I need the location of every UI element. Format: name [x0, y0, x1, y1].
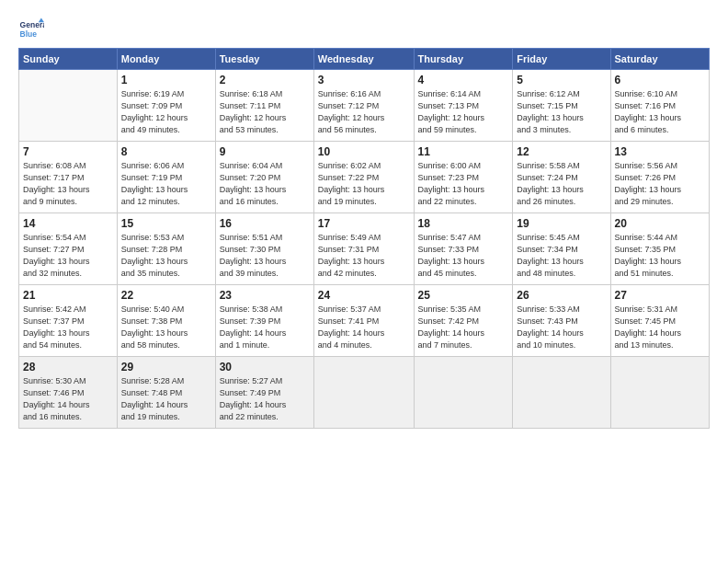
cell-day-number: 23	[220, 289, 310, 302]
cell-day-number: 27	[615, 289, 705, 302]
cell-day-number: 30	[220, 361, 310, 373]
cell-day-number: 8	[121, 145, 211, 158]
calendar-cell: 25Sunrise: 5:35 AM Sunset: 7:42 PM Dayli…	[414, 285, 513, 357]
svg-text:Blue: Blue	[20, 29, 38, 39]
calendar-cell: 2Sunrise: 6:18 AM Sunset: 7:11 PM Daylig…	[215, 70, 313, 142]
calendar-cell: 29Sunrise: 5:28 AM Sunset: 7:48 PM Dayli…	[117, 357, 215, 429]
cell-day-number: 2	[220, 74, 310, 86]
calendar-cell: 1Sunrise: 6:19 AM Sunset: 7:09 PM Daylig…	[117, 70, 215, 142]
day-header: Saturday	[610, 49, 709, 70]
cell-info: Sunrise: 5:40 AM Sunset: 7:38 PM Dayligh…	[121, 304, 211, 351]
cell-day-number: 11	[418, 145, 509, 158]
cell-day-number: 7	[23, 145, 113, 158]
calendar-cell	[313, 357, 414, 429]
cell-info: Sunrise: 6:18 AM Sunset: 7:11 PM Dayligh…	[220, 88, 310, 136]
cell-info: Sunrise: 5:49 AM Sunset: 7:31 PM Dayligh…	[318, 232, 410, 280]
calendar-cell: 15Sunrise: 5:53 AM Sunset: 7:28 PM Dayli…	[117, 213, 215, 285]
cell-info: Sunrise: 5:33 AM Sunset: 7:43 PM Dayligh…	[517, 304, 606, 351]
cell-info: Sunrise: 6:02 AM Sunset: 7:22 PM Dayligh…	[318, 160, 410, 208]
cell-info: Sunrise: 5:53 AM Sunset: 7:28 PM Dayligh…	[121, 232, 211, 280]
cell-day-number: 4	[418, 74, 509, 86]
cell-info: Sunrise: 5:42 AM Sunset: 7:37 PM Dayligh…	[23, 304, 113, 351]
cell-day-number: 6	[615, 74, 705, 86]
cell-day-number: 20	[615, 217, 705, 230]
cell-info: Sunrise: 5:56 AM Sunset: 7:26 PM Dayligh…	[615, 160, 705, 208]
calendar-cell: 13Sunrise: 5:56 AM Sunset: 7:26 PM Dayli…	[610, 142, 709, 213]
cell-info: Sunrise: 5:51 AM Sunset: 7:30 PM Dayligh…	[220, 232, 310, 280]
cell-info: Sunrise: 6:08 AM Sunset: 7:17 PM Dayligh…	[23, 160, 113, 208]
cell-info: Sunrise: 6:16 AM Sunset: 7:12 PM Dayligh…	[318, 88, 410, 136]
cell-day-number: 16	[220, 217, 310, 230]
calendar-cell: 6Sunrise: 6:10 AM Sunset: 7:16 PM Daylig…	[610, 70, 709, 142]
calendar-table: SundayMondayTuesdayWednesdayThursdayFrid…	[18, 48, 710, 429]
cell-info: Sunrise: 5:44 AM Sunset: 7:35 PM Dayligh…	[615, 232, 705, 280]
calendar-cell	[513, 357, 610, 429]
cell-info: Sunrise: 5:58 AM Sunset: 7:24 PM Dayligh…	[517, 160, 606, 208]
calendar-cell: 14Sunrise: 5:54 AM Sunset: 7:27 PM Dayli…	[19, 213, 118, 285]
calendar-cell: 24Sunrise: 5:37 AM Sunset: 7:41 PM Dayli…	[313, 285, 414, 357]
day-header: Thursday	[414, 49, 513, 70]
cell-info: Sunrise: 5:45 AM Sunset: 7:34 PM Dayligh…	[517, 232, 606, 280]
day-header: Sunday	[19, 49, 118, 70]
calendar-cell: 20Sunrise: 5:44 AM Sunset: 7:35 PM Dayli…	[610, 213, 709, 285]
cell-day-number: 22	[121, 289, 211, 302]
cell-day-number: 19	[517, 217, 606, 230]
cell-day-number: 9	[220, 145, 310, 158]
cell-day-number: 26	[517, 289, 606, 302]
calendar-cell: 21Sunrise: 5:42 AM Sunset: 7:37 PM Dayli…	[19, 285, 118, 357]
cell-info: Sunrise: 5:47 AM Sunset: 7:33 PM Dayligh…	[418, 232, 509, 280]
day-header: Monday	[117, 49, 215, 70]
day-header: Tuesday	[215, 49, 313, 70]
logo: General Blue	[18, 17, 44, 42]
cell-day-number: 10	[318, 145, 410, 158]
calendar-cell: 28Sunrise: 5:30 AM Sunset: 7:46 PM Dayli…	[19, 357, 118, 429]
cell-info: Sunrise: 6:06 AM Sunset: 7:19 PM Dayligh…	[121, 160, 211, 208]
calendar-cell: 5Sunrise: 6:12 AM Sunset: 7:15 PM Daylig…	[513, 70, 610, 142]
cell-day-number: 17	[318, 217, 410, 230]
cell-day-number: 21	[23, 289, 113, 302]
cell-info: Sunrise: 6:12 AM Sunset: 7:15 PM Dayligh…	[517, 88, 606, 136]
calendar-cell: 12Sunrise: 5:58 AM Sunset: 7:24 PM Dayli…	[513, 142, 610, 213]
calendar-cell	[19, 70, 118, 142]
calendar-cell: 11Sunrise: 6:00 AM Sunset: 7:23 PM Dayli…	[414, 142, 513, 213]
cell-info: Sunrise: 6:00 AM Sunset: 7:23 PM Dayligh…	[418, 160, 509, 208]
cell-day-number: 25	[418, 289, 509, 302]
cell-day-number: 29	[121, 361, 211, 373]
cell-day-number: 13	[615, 145, 705, 158]
calendar-cell: 9Sunrise: 6:04 AM Sunset: 7:20 PM Daylig…	[215, 142, 313, 213]
cell-day-number: 28	[23, 361, 113, 373]
cell-info: Sunrise: 5:37 AM Sunset: 7:41 PM Dayligh…	[318, 304, 410, 351]
calendar-cell: 8Sunrise: 6:06 AM Sunset: 7:19 PM Daylig…	[117, 142, 215, 213]
cell-day-number: 3	[318, 74, 410, 86]
day-header: Wednesday	[313, 49, 414, 70]
cell-day-number: 5	[517, 74, 606, 86]
calendar-cell: 19Sunrise: 5:45 AM Sunset: 7:34 PM Dayli…	[513, 213, 610, 285]
cell-info: Sunrise: 5:38 AM Sunset: 7:39 PM Dayligh…	[220, 304, 310, 351]
calendar-cell: 16Sunrise: 5:51 AM Sunset: 7:30 PM Dayli…	[215, 213, 313, 285]
calendar-cell	[610, 357, 709, 429]
calendar-cell: 18Sunrise: 5:47 AM Sunset: 7:33 PM Dayli…	[414, 213, 513, 285]
cell-info: Sunrise: 5:30 AM Sunset: 7:46 PM Dayligh…	[23, 375, 113, 423]
calendar-cell: 3Sunrise: 6:16 AM Sunset: 7:12 PM Daylig…	[313, 70, 414, 142]
cell-info: Sunrise: 6:14 AM Sunset: 7:13 PM Dayligh…	[418, 88, 509, 136]
calendar-cell: 30Sunrise: 5:27 AM Sunset: 7:49 PM Dayli…	[215, 357, 313, 429]
calendar-cell: 22Sunrise: 5:40 AM Sunset: 7:38 PM Dayli…	[117, 285, 215, 357]
cell-info: Sunrise: 5:54 AM Sunset: 7:27 PM Dayligh…	[23, 232, 113, 280]
cell-info: Sunrise: 6:04 AM Sunset: 7:20 PM Dayligh…	[220, 160, 310, 208]
cell-day-number: 24	[318, 289, 410, 302]
cell-info: Sunrise: 5:31 AM Sunset: 7:45 PM Dayligh…	[615, 304, 705, 351]
calendar-cell: 10Sunrise: 6:02 AM Sunset: 7:22 PM Dayli…	[313, 142, 414, 213]
day-header: Friday	[513, 49, 610, 70]
cell-day-number: 1	[121, 74, 211, 86]
calendar-cell: 27Sunrise: 5:31 AM Sunset: 7:45 PM Dayli…	[610, 285, 709, 357]
calendar-cell: 7Sunrise: 6:08 AM Sunset: 7:17 PM Daylig…	[19, 142, 118, 213]
cell-info: Sunrise: 5:35 AM Sunset: 7:42 PM Dayligh…	[418, 304, 509, 351]
cell-day-number: 14	[23, 217, 113, 230]
cell-day-number: 15	[121, 217, 211, 230]
calendar-cell: 23Sunrise: 5:38 AM Sunset: 7:39 PM Dayli…	[215, 285, 313, 357]
cell-info: Sunrise: 6:10 AM Sunset: 7:16 PM Dayligh…	[615, 88, 705, 136]
cell-day-number: 18	[418, 217, 509, 230]
calendar-cell: 4Sunrise: 6:14 AM Sunset: 7:13 PM Daylig…	[414, 70, 513, 142]
cell-day-number: 12	[517, 145, 606, 158]
calendar-cell	[414, 357, 513, 429]
